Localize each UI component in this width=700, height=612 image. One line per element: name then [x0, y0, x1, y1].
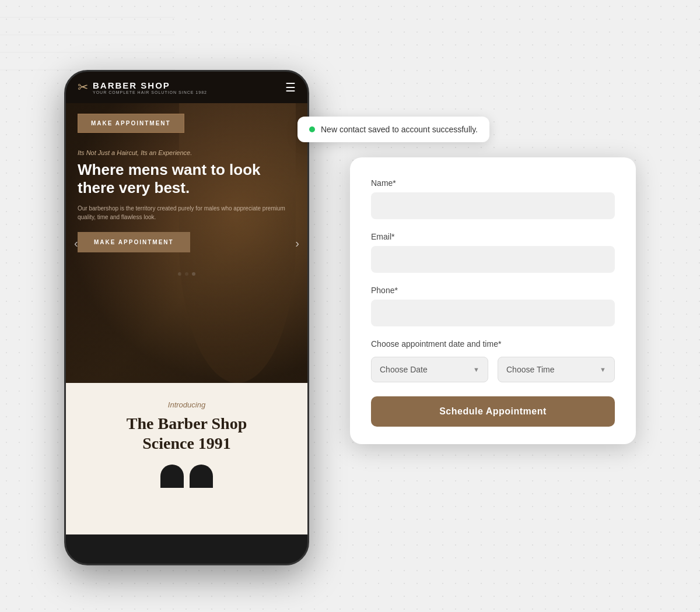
name-label: Name* [371, 178, 615, 188]
choose-date-label: Choose Date [380, 365, 428, 374]
name-field-group: Name* [371, 178, 615, 219]
datetime-row: Choose Date ▼ Choose Time ▼ [371, 357, 615, 382]
toast-notification: New contact saved to account successfull… [298, 117, 489, 142]
make-appointment-bottom-button[interactable]: MAKE APPOINTMENT [78, 232, 190, 252]
toast-message: New contact saved to account successfull… [321, 125, 478, 134]
choose-time-button[interactable]: Choose Time ▼ [498, 357, 615, 382]
phone-navbar: ✂ BARBER SHOP YOUR COMPLETE HAIR SOLUTIO… [66, 72, 307, 103]
intro-label: Introducing [78, 400, 296, 409]
email-field-group: Email* [371, 232, 615, 273]
phone-hero: MAKE APPOINTMENT Its Not Just a Haircut,… [66, 103, 307, 383]
choose-time-label: Choose Time [506, 365, 554, 374]
intro-title: The Barber Shop Science 1991 [78, 414, 296, 453]
phone-logo: ✂ BARBER SHOP YOUR COMPLETE HAIR SOLUTIO… [78, 80, 207, 95]
silhouette-decoration [78, 465, 296, 488]
phone-mockup: ✂ BARBER SHOP YOUR COMPLETE HAIR SOLUTIO… [64, 70, 309, 565]
name-input[interactable] [371, 192, 615, 219]
datetime-label: Choose appointment date and time* [371, 339, 615, 349]
choose-date-button[interactable]: Choose Date ▼ [371, 357, 488, 382]
intro-title-line1: The Barber Shop [127, 414, 247, 432]
brand-title: BARBER SHOP [93, 80, 207, 90]
carousel-next-button[interactable]: › [295, 237, 299, 250]
appointment-form-panel: Name* Email* Phone* Choose appointment d… [350, 157, 636, 444]
intro-title-line2: Science 1991 [142, 434, 231, 452]
hero-content: Its Not Just a Haircut, Its an Experienc… [66, 143, 307, 264]
carousel-prev-button[interactable]: ‹ [74, 237, 78, 250]
logo-text: BARBER SHOP YOUR COMPLETE HAIR SOLUTION … [93, 80, 207, 94]
datetime-section: Choose appointment date and time* Choose… [371, 339, 615, 382]
email-label: Email* [371, 232, 615, 241]
choose-date-arrow-icon: ▼ [473, 366, 480, 373]
phone-field-group: Phone* [371, 286, 615, 326]
brand-tagline: YOUR COMPLETE HAIR SOLUTION SINCE 1982 [93, 90, 207, 94]
email-input[interactable] [371, 246, 615, 273]
silhouette-head-1 [160, 465, 184, 488]
phone-input[interactable] [371, 300, 615, 326]
hero-tagline: Its Not Just a Haircut, Its an Experienc… [78, 149, 296, 156]
silhouette-head-2 [190, 465, 213, 488]
phone-bottom-section: Introducing The Barber Shop Science 1991 [66, 383, 307, 534]
hero-description: Our barbershop is the territory created … [78, 204, 296, 221]
hamburger-icon[interactable]: ☰ [285, 80, 296, 94]
scissors-icon: ✂ [78, 80, 88, 95]
toast-success-dot [309, 126, 315, 132]
schedule-appointment-button[interactable]: Schedule Appointment [371, 396, 615, 427]
hero-heading: Where mens want to look there very best. [78, 161, 296, 197]
choose-time-arrow-icon: ▼ [600, 366, 606, 373]
phone-label: Phone* [371, 286, 615, 295]
make-appointment-top-button[interactable]: MAKE APPOINTMENT [78, 114, 184, 133]
